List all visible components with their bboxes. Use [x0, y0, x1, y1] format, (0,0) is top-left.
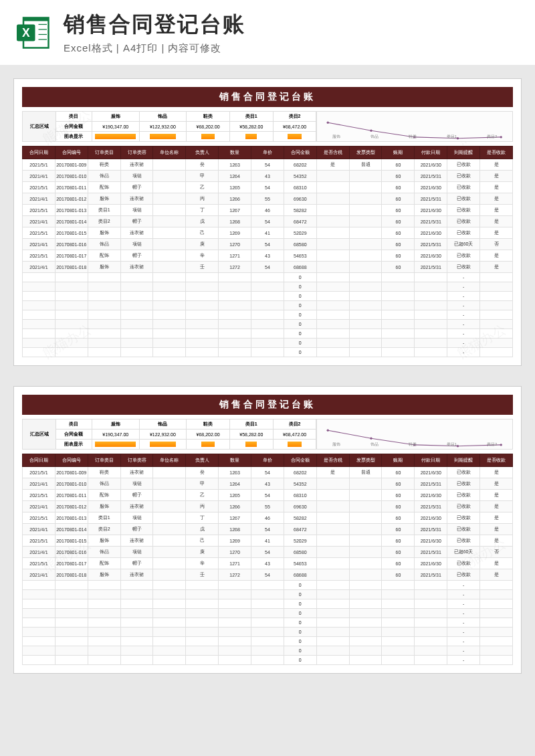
table-cell	[88, 618, 120, 628]
table-cell: 连衣裙	[120, 193, 153, 205]
column-header: 单价	[251, 454, 284, 467]
table-cell: -	[447, 320, 480, 329]
table-cell	[120, 348, 153, 357]
table-cell	[251, 320, 284, 329]
category-bar-cell	[187, 132, 230, 142]
table-cell	[316, 535, 349, 547]
table-cell	[316, 478, 349, 490]
table-cell	[153, 159, 186, 171]
table-cell: 帽子	[120, 216, 153, 227]
table-cell	[415, 628, 447, 637]
bar-icon	[201, 442, 215, 447]
table-cell: 1271	[219, 558, 251, 569]
table-row: 2021/4/120170801-014类目2帽子戊12685468472602…	[23, 216, 513, 227]
table-row: 0-	[23, 581, 513, 590]
table-cell: 甲	[186, 171, 219, 182]
table-cell	[349, 599, 382, 609]
table-cell	[251, 310, 284, 320]
table-cell	[480, 282, 513, 292]
table-cell	[251, 581, 284, 590]
summary-section: 汇总区域类目服饰饰品鞋类类目1类目2合同金额¥190,347.00¥122,93…	[22, 419, 513, 450]
table-cell: 2021/6/30	[415, 467, 447, 478]
table-cell: 已收款	[447, 227, 480, 239]
table-cell	[88, 310, 120, 320]
table-cell: 2021/5/31	[415, 239, 447, 250]
table-cell	[186, 329, 219, 339]
table-row: 0-	[23, 273, 513, 282]
table-cell: 68688	[284, 569, 316, 581]
sheet-preview-2: 销售合同登记台账汇总区域类目服饰饰品鞋类类目1类目2合同金额¥190,347.0…	[13, 386, 522, 674]
column-header: 负责人	[186, 147, 219, 159]
table-cell	[349, 581, 382, 590]
chart-axis-label: 鞋类	[409, 134, 417, 140]
table-cell: 0	[284, 581, 316, 590]
table-cell	[349, 262, 382, 273]
table-cell	[23, 329, 56, 339]
table-cell	[55, 618, 88, 628]
table-cell: 60	[382, 262, 415, 273]
table-cell: 乙	[186, 490, 219, 501]
table-cell	[153, 618, 186, 628]
table-row: 0-	[23, 590, 513, 599]
table-cell	[415, 320, 447, 329]
table-cell	[120, 581, 153, 590]
table-cell: 54352	[284, 171, 316, 182]
table-cell	[186, 609, 219, 618]
chart-axis-label: 鞋类	[409, 442, 417, 448]
table-cell	[316, 310, 349, 320]
table-cell: 2021/6/30	[415, 159, 447, 171]
table-cell: 配饰	[88, 250, 120, 262]
category-amount: ¥190,347.00	[92, 430, 139, 440]
table-cell	[186, 646, 219, 656]
table-cell: 连衣裙	[120, 467, 153, 478]
table-cell	[415, 329, 447, 339]
summary-row-label: 合同金额	[56, 122, 92, 132]
table-cell	[316, 282, 349, 292]
table-cell: 1269	[219, 227, 251, 239]
table-cell	[382, 609, 415, 618]
table-cell: 1265	[219, 182, 251, 193]
table-cell	[120, 273, 153, 282]
column-header: 数量	[219, 147, 251, 159]
table-cell: 20170801-015	[55, 535, 88, 547]
table-cell: 43	[251, 558, 284, 569]
table-cell: 0	[284, 282, 316, 292]
table-cell	[415, 310, 447, 320]
table-cell	[88, 273, 120, 282]
table-cell	[349, 348, 382, 357]
table-cell: 已收款	[447, 250, 480, 262]
table-cell	[316, 320, 349, 329]
table-cell: 已超60天	[447, 239, 480, 250]
table-cell	[480, 618, 513, 628]
table-cell: 52029	[284, 227, 316, 239]
table-row: 2021/5/120170801-013类目1项链丁12674658282602…	[23, 205, 513, 216]
table-cell	[316, 216, 349, 227]
table-cell	[415, 581, 447, 590]
table-cell	[153, 339, 186, 348]
table-cell: 68472	[284, 524, 316, 535]
table-cell: 服饰	[88, 501, 120, 512]
table-cell	[415, 637, 447, 646]
table-cell	[219, 329, 251, 339]
table-cell	[55, 310, 88, 320]
table-row: 0-	[23, 320, 513, 329]
table-cell	[480, 329, 513, 339]
category-amount: ¥68,202.00	[187, 122, 230, 132]
table-cell: 20170801-013	[55, 205, 88, 216]
table-cell: 帽子	[120, 558, 153, 569]
table-cell	[316, 637, 349, 646]
table-cell	[251, 646, 284, 656]
table-cell	[153, 628, 186, 637]
table-cell: 戊	[186, 524, 219, 535]
table-cell	[316, 250, 349, 262]
table-cell: 20170801-015	[55, 227, 88, 239]
table-cell: 类目2	[88, 524, 120, 535]
table-cell	[55, 339, 88, 348]
chart-axis-label: 服饰	[332, 442, 340, 448]
table-cell: 2021/4/1	[23, 171, 56, 182]
table-cell	[88, 656, 120, 665]
table-row: 2021/4/120170801-016饰品项链庚127054685806020…	[23, 239, 513, 250]
table-cell	[219, 273, 251, 282]
table-cell: 服饰	[88, 193, 120, 205]
table-cell: -	[447, 310, 480, 320]
